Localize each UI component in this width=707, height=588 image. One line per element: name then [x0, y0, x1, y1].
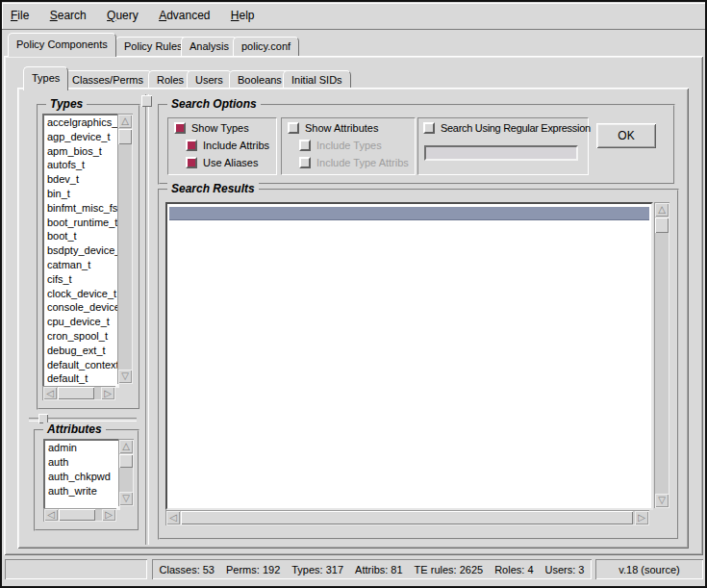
menu-advanced[interactable]: Advanced — [150, 3, 218, 29]
scroll-right-icon[interactable]: ▷ — [102, 509, 115, 521]
tab-policy-rules[interactable]: Policy Rules — [115, 37, 191, 57]
regex-options-box: Search Using Regular Expression — [417, 117, 589, 175]
attributes-listbox[interactable]: admin auth auth_chkpwd auth_write — [43, 439, 120, 510]
attributes-horizontal-scrollbar[interactable]: ◁ ▷ — [43, 508, 116, 522]
vertical-sash[interactable] — [145, 94, 149, 545]
attributes-vertical-scrollbar[interactable]: △ ▽ — [118, 439, 134, 506]
include-attribs-checkbox[interactable]: Include Attribs — [186, 140, 269, 151]
results-selected-line — [169, 207, 649, 219]
types-list-item[interactable]: apm_bios_t — [44, 144, 117, 159]
menu-search-label-rest: earch — [58, 9, 87, 22]
scrollbar-thumb[interactable] — [655, 217, 669, 233]
results-horizontal-scrollbar[interactable]: ◁ ▷ — [165, 510, 649, 525]
stat-attribs: Attribs: 81 — [355, 564, 403, 575]
types-list-item[interactable]: cron_spool_t — [44, 329, 117, 344]
menu-file-label-rest: ile — [17, 9, 29, 22]
types-list-item[interactable]: bin_t — [44, 187, 117, 201]
scroll-up-icon[interactable]: △ — [655, 203, 669, 217]
types-list-item[interactable]: cifs_t — [44, 272, 117, 287]
scroll-down-icon[interactable]: ▽ — [118, 370, 132, 383]
menu-search-label: S — [50, 9, 58, 22]
apol-window: File Search Query Advanced Help Policy C… — [0, 0, 707, 588]
types-list-item[interactable]: cpu_device_t — [44, 315, 117, 329]
scroll-up-icon[interactable]: △ — [119, 440, 133, 453]
types-horizontal-scrollbar[interactable]: ◁ ▷ — [42, 386, 115, 400]
stat-types: Types: 317 — [291, 564, 343, 575]
regex-checkbox[interactable]: Search Using Regular Expression — [423, 122, 591, 134]
menu-advanced-label: A — [159, 9, 166, 22]
show-types-options-box: Show Types Include Attribs Use Aliases — [167, 117, 277, 175]
scrollbar-thumb[interactable] — [119, 454, 133, 468]
attributes-list-item[interactable]: auth_chkpwd — [45, 470, 118, 484]
scroll-right-icon[interactable]: ▷ — [635, 511, 648, 524]
tab-policy-components[interactable]: Policy Components — [8, 33, 116, 57]
version-label: v.18 (source) — [619, 564, 679, 575]
menu-help-label: H — [231, 9, 240, 22]
types-listbox[interactable]: accelgraphics_e agp_device_t apm_bios_t … — [42, 114, 119, 388]
search-options-groupbox: Search Options Show Types Include Attrib… — [158, 104, 675, 185]
results-vertical-scrollbar[interactable]: △ ▽ — [654, 202, 669, 508]
menu-help[interactable]: Help — [222, 3, 264, 29]
scrollbar-thumb[interactable] — [118, 129, 132, 144]
types-list-item[interactable]: boot_runtime_t — [44, 216, 117, 230]
types-list-item[interactable]: binfmt_misc_fs — [44, 201, 117, 216]
types-list-item[interactable]: console_device — [44, 300, 117, 315]
ok-button[interactable]: OK — [596, 123, 656, 148]
sash-handle[interactable] — [141, 95, 152, 107]
scroll-left-icon[interactable]: ◁ — [44, 509, 58, 521]
show-attributes-options-box: Show Attributes Include Types Include Ty… — [281, 117, 416, 175]
show-types-checkbox[interactable]: Show Types — [174, 122, 249, 134]
search-results-group-title: Search Results — [167, 182, 259, 195]
menu-file[interactable]: File — [2, 3, 38, 29]
include-type-attribs-checkbox: Include Type Attribs — [299, 157, 409, 168]
scroll-down-icon[interactable]: ▽ — [119, 492, 133, 505]
menu-query[interactable]: Query — [98, 3, 147, 29]
attributes-group-title: Attributes — [43, 422, 106, 436]
types-list-item[interactable]: bsdpty_device_ — [44, 243, 117, 258]
scroll-right-icon[interactable]: ▷ — [101, 387, 114, 399]
types-list-item[interactable]: accelgraphics_e — [44, 115, 117, 130]
scrollbar-thumb[interactable] — [181, 511, 633, 524]
tab-types[interactable]: Types — [23, 66, 68, 90]
types-list-item[interactable]: catman_t — [44, 258, 117, 272]
types-list-item[interactable]: bdev_t — [44, 172, 117, 187]
scrollbar-thumb[interactable] — [58, 387, 94, 399]
scroll-up-icon[interactable]: △ — [118, 115, 132, 128]
tab-policy-conf[interactable]: policy.conf — [233, 37, 299, 57]
scrollbar-thumb[interactable] — [59, 509, 95, 521]
menu-query-label-rest: uery — [115, 9, 138, 22]
checkbox-unchecked-icon — [299, 157, 311, 168]
menu-search[interactable]: Search — [41, 3, 95, 29]
include-types-label: Include Types — [316, 140, 382, 151]
include-type-attribs-label: Include Type Attribs — [316, 157, 409, 168]
search-results-groupbox: Search Results △ ▽ ◁ ▷ — [158, 189, 679, 540]
attributes-list-item[interactable]: admin — [45, 441, 118, 455]
types-list-item[interactable]: debug_ext_t — [44, 344, 117, 358]
include-attribs-label: Include Attribs — [203, 140, 269, 151]
types-list-item[interactable]: clock_device_t — [44, 287, 117, 301]
include-types-checkbox: Include Types — [299, 140, 382, 151]
use-aliases-checkbox[interactable]: Use Aliases — [186, 157, 258, 168]
types-list-item[interactable]: agp_device_t — [44, 130, 117, 144]
scroll-down-icon[interactable]: ▽ — [655, 494, 669, 507]
types-vertical-scrollbar[interactable]: △ ▽ — [117, 114, 133, 384]
types-list-item[interactable]: default_context — [44, 358, 117, 372]
types-list-item[interactable]: autofs_t — [44, 158, 117, 172]
types-list-item[interactable]: default_t — [44, 371, 117, 386]
attributes-list-item[interactable]: auth_write — [45, 484, 118, 499]
tab-analysis[interactable]: Analysis — [181, 37, 238, 57]
results-text-area[interactable] — [165, 202, 653, 510]
types-list-item[interactable]: boot_t — [44, 229, 117, 243]
checkbox-checked-icon — [186, 157, 197, 168]
scroll-left-icon[interactable]: ◁ — [43, 387, 57, 399]
attributes-list-item[interactable]: auth — [45, 455, 118, 470]
menubar: File Search Query Advanced Help — [2, 3, 705, 30]
show-attributes-checkbox[interactable]: Show Attributes — [288, 122, 378, 134]
checkbox-unchecked-icon — [423, 122, 435, 134]
regex-label: Search Using Regular Expression — [441, 122, 591, 134]
menu-advanced-label-rest: dvanced — [166, 9, 210, 22]
scroll-left-icon[interactable]: ◁ — [166, 511, 180, 524]
stat-perms: Perms: 192 — [226, 564, 280, 575]
search-options-group-title: Search Options — [167, 97, 261, 111]
checkbox-checked-icon — [186, 140, 197, 151]
